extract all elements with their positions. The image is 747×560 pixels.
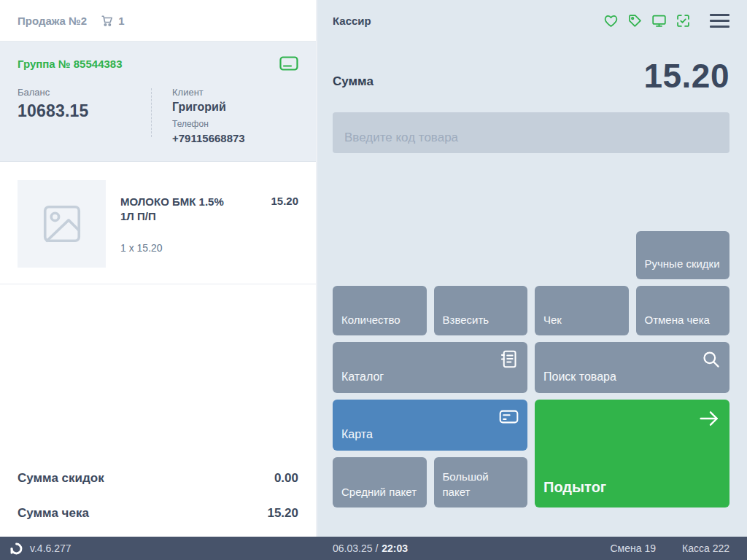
big-bag-button[interactable]: Большой пакет [434, 457, 528, 508]
heart-icon[interactable] [603, 13, 619, 28]
cart-indicator: 1 [100, 14, 124, 28]
subtotal-button[interactable]: Подытог [535, 400, 729, 508]
receipt-button[interactable]: Чек [535, 286, 629, 335]
product-qty: 1 x 15.20 [120, 242, 271, 254]
sale-title: Продажа №2 [18, 15, 87, 27]
balance-block: Баланс 10683.15 [18, 87, 151, 144]
receipt-label: Чек [543, 312, 562, 327]
cashier-label: Кассир [333, 15, 371, 27]
cart-icon [100, 14, 114, 28]
sum-label: Сумма [333, 74, 374, 89]
product-code-input[interactable] [333, 112, 729, 153]
loyalty-card-icon[interactable] [279, 56, 298, 71]
discount-total-label: Сумма скидок [18, 471, 104, 486]
product-name: МОЛОКО БМК 1.5% 1Л П/П [120, 195, 231, 225]
register-label: Касса 222 [682, 542, 729, 554]
sum-value: 15.20 [643, 58, 729, 93]
balance-value: 10683.15 [18, 101, 151, 121]
manual-discounts-label: Ручные скидки [645, 256, 720, 271]
client-block: Клиент Григорий Телефон +79115668873 [152, 87, 245, 144]
group-number: Группа № 85544383 [18, 58, 123, 70]
cancel-receipt-label: Отмена чека [645, 312, 710, 327]
cancel-receipt-button[interactable]: Отмена чека [636, 286, 730, 335]
items-list: МОЛОКО БМК 1.5% 1Л П/П 1 x 15.20 15.20 [0, 162, 316, 284]
shift-label: Смена 19 [611, 542, 657, 554]
product-price: 15.20 [271, 180, 298, 268]
search-icon [701, 349, 721, 369]
medium-bag-button[interactable]: Средний пакет [333, 457, 427, 508]
menu-icon[interactable] [710, 14, 729, 28]
catalog-label: Каталог [341, 369, 384, 385]
product-image-placeholder [18, 180, 106, 268]
quantity-button[interactable]: Количество [333, 286, 427, 335]
credit-card-icon [499, 407, 519, 427]
image-icon [39, 201, 85, 246]
manual-discounts-button[interactable]: Ручные скидки [636, 231, 730, 279]
medium-bag-label: Средний пакет [341, 484, 417, 499]
tag-icon[interactable] [627, 13, 643, 28]
weigh-button[interactable]: Взвесить [434, 286, 528, 335]
receipt-panel: Продажа №2 1 Группа № 85544383 [0, 0, 317, 537]
discount-total-row: Сумма скидок 0.00 [18, 471, 298, 486]
status-bar: v.4.6.277 06.03.25 / 22:03 Смена 19 Касс… [0, 537, 747, 560]
app-logo-icon [9, 542, 23, 556]
search-product-button[interactable]: Поиск товара [535, 342, 729, 393]
pos-app: Продажа №2 1 Группа № 85544383 [0, 0, 747, 560]
receipt-total-value: 15.20 [267, 506, 298, 521]
version-label: v.4.6.277 [30, 542, 71, 554]
list-item[interactable]: МОЛОКО БМК 1.5% 1Л П/П 1 x 15.20 15.20 [18, 180, 298, 268]
catalog-button[interactable]: Каталог [333, 342, 527, 393]
totals-block: Сумма скидок 0.00 Сумма чека 15.20 [0, 471, 316, 521]
cart-count: 1 [118, 15, 124, 27]
phone-value: +79115668873 [172, 132, 245, 144]
card-label: Карта [341, 427, 373, 443]
weigh-label: Взвесить [443, 312, 489, 327]
card-button[interactable]: Карта [333, 400, 527, 451]
big-bag-label: Большой пакет [443, 469, 519, 499]
time-label: 22:03 [382, 542, 408, 554]
customer-card: Группа № 85544383 Баланс 10683.15 Клиент… [0, 42, 316, 162]
client-label: Клиент [172, 87, 245, 98]
balance-label: Баланс [18, 87, 151, 98]
sale-header: Продажа №2 1 [0, 0, 316, 42]
action-buttons-grid: Ручные скидки Количество Взвесить Чек От… [333, 231, 729, 508]
catalog-icon [499, 349, 519, 369]
receipt-total-row: Сумма чека 15.20 [18, 506, 298, 521]
action-panel: Кассир С [317, 0, 747, 537]
search-product-label: Поиск товара [543, 369, 616, 385]
receipt-total-label: Сумма чека [18, 506, 89, 521]
quantity-label: Количество [341, 312, 400, 327]
client-name: Григорий [172, 101, 245, 114]
subtotal-label: Подытог [543, 477, 606, 497]
discount-total-value: 0.00 [274, 471, 298, 486]
scan-check-icon[interactable] [676, 13, 691, 28]
arrow-right-icon [697, 407, 721, 430]
monitor-icon[interactable] [651, 13, 667, 28]
phone-label: Телефон [172, 119, 245, 129]
date-label: 06.03.25 / [333, 542, 378, 554]
